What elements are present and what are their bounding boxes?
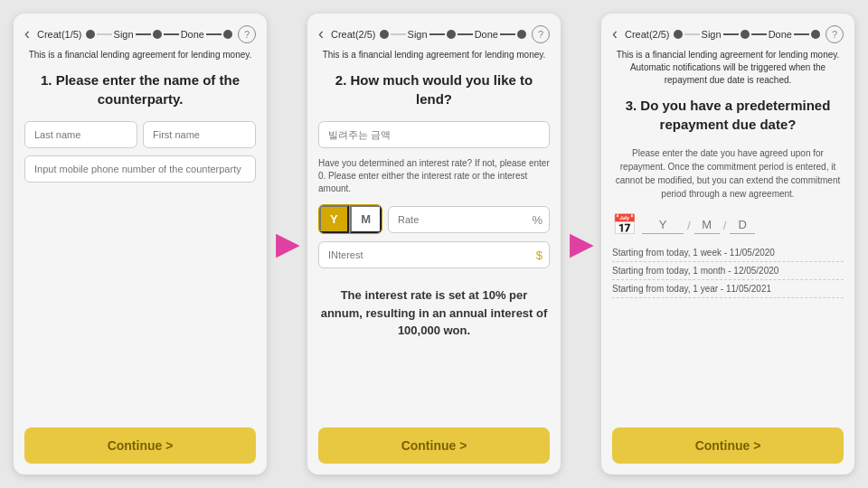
- date-row: 📅 / /: [612, 213, 844, 237]
- interest-result: The interest rate is set at 10% per annu…: [318, 286, 550, 340]
- step-line-2c: [458, 33, 473, 35]
- sign-label-2: Sign: [408, 29, 428, 40]
- step-line-1: [97, 33, 112, 35]
- desc-3: This is a financial lending agreement fo…: [612, 49, 844, 87]
- date-inputs: / /: [642, 216, 844, 234]
- interest-wrapper: $: [318, 241, 550, 268]
- date-option-3[interactable]: Starting from today, 1 year - 11/05/2021: [612, 284, 844, 298]
- step-line-2a: [391, 33, 406, 35]
- first-name-input[interactable]: [143, 121, 256, 148]
- step-label-2: Creat(2/5): [331, 29, 376, 40]
- step-bar-1: Creat(1/5) Sign Done: [37, 29, 232, 40]
- screen2-header: ‹ Creat(2/5) Sign Done ?: [318, 24, 550, 43]
- year-input[interactable]: [642, 216, 684, 234]
- screen2-content: 2. How much would you like to lend? Have…: [318, 70, 550, 427]
- step-line-2d: [500, 33, 515, 35]
- step-dot-2b: [447, 30, 456, 39]
- sign-label-3: Sign: [702, 29, 722, 40]
- desc-1: This is a financial lending agreement fo…: [24, 49, 256, 61]
- arrow-1: ▶: [276, 227, 298, 261]
- date-sep-1: /: [687, 219, 691, 232]
- year-button[interactable]: Y: [319, 205, 349, 233]
- done-label-2: Done: [475, 29, 498, 40]
- screen1-content: 1. Please enter the name of the counterp…: [24, 70, 256, 427]
- help-button-1[interactable]: ?: [238, 25, 256, 43]
- step-label-1: Creat(1/5): [37, 29, 82, 40]
- step-line-3b: [723, 33, 739, 35]
- amount-input[interactable]: [318, 121, 550, 148]
- step-line-3d: [794, 33, 809, 35]
- arrow-2: ▶: [570, 227, 592, 261]
- rate-input-wrapper: %: [388, 206, 550, 233]
- month-input[interactable]: [694, 216, 720, 234]
- help-button-3[interactable]: ?: [826, 25, 844, 43]
- step-line-3c: [751, 33, 767, 35]
- step-line-4: [206, 33, 222, 35]
- step-line-3: [164, 33, 179, 35]
- date-sep-2: /: [723, 219, 727, 232]
- ym-buttons: Y M: [318, 204, 382, 234]
- continue-button-2[interactable]: Continue >: [318, 427, 550, 464]
- day-input[interactable]: [730, 216, 755, 234]
- month-button[interactable]: M: [350, 205, 382, 233]
- step-dot-3c: [811, 30, 820, 39]
- interest-input[interactable]: [318, 241, 550, 268]
- step-dot-3: [223, 30, 232, 39]
- screen3-header: ‹ Creat(2/5) Sign Done ?: [612, 24, 844, 43]
- back-button-1[interactable]: ‹: [24, 24, 30, 43]
- date-option-2[interactable]: Starting from today, 1 month - 12/05/202…: [612, 266, 844, 280]
- question-title-3: 3. Do you have a predetermined repayment…: [612, 96, 844, 134]
- step-line-2: [136, 33, 151, 35]
- dollar-sign: $: [536, 249, 542, 262]
- percent-sign: %: [532, 212, 542, 226]
- help-button-2[interactable]: ?: [532, 25, 550, 43]
- step-dot-3a: [674, 30, 683, 39]
- done-label-3: Done: [769, 29, 792, 40]
- amount-wrapper: [318, 121, 550, 148]
- date-options: Starting from today, 1 week - 11/05/2020…: [612, 248, 844, 298]
- step-line-3a: [684, 33, 700, 35]
- step-dot-3b: [741, 30, 750, 39]
- last-name-input[interactable]: [24, 121, 137, 148]
- done-label-1: Done: [181, 29, 204, 40]
- screen3-content: 3. Do you have a predetermined repayment…: [612, 96, 844, 427]
- desc-2: This is a financial lending agreement fo…: [318, 49, 550, 61]
- back-button-3[interactable]: ‹: [612, 24, 618, 43]
- step-line-2b: [429, 33, 445, 35]
- name-row: [24, 121, 256, 148]
- sign-label-1: Sign: [114, 29, 134, 40]
- screen1-header: ‹ Creat(1/5) Sign Done ?: [24, 24, 256, 43]
- step-label-3: Creat(2/5): [625, 29, 670, 40]
- continue-button-3[interactable]: Continue >: [612, 427, 844, 464]
- repayment-desc: Please enter the date you have agreed up…: [612, 146, 844, 201]
- step-bar-2: Creat(2/5) Sign Done: [331, 29, 526, 40]
- step-dot-2: [153, 30, 162, 39]
- hint-text: Have you determined an interest rate? If…: [318, 157, 550, 195]
- date-option-1[interactable]: Starting from today, 1 week - 11/05/2020: [612, 248, 844, 262]
- back-button-2[interactable]: ‹: [318, 24, 324, 43]
- question-title-2: 2. How much would you like to lend?: [318, 70, 550, 108]
- step-bar-3: Creat(2/5) Sign Done: [625, 29, 820, 40]
- continue-button-1[interactable]: Continue >: [24, 427, 256, 464]
- screen-3: ‹ Creat(2/5) Sign Done ? This is a finan: [601, 14, 854, 474]
- step-dot-2c: [517, 30, 526, 39]
- calendar-icon: 📅: [612, 213, 637, 237]
- step-dot-1: [86, 30, 95, 39]
- rate-row: Y M %: [318, 204, 550, 234]
- question-title-1: 1. Please enter the name of the counterp…: [24, 70, 256, 108]
- phone-input[interactable]: [24, 155, 256, 183]
- screen-2: ‹ Creat(2/5) Sign Done ? This is a finan…: [307, 14, 561, 474]
- screen-1: ‹ Creat(1/5) Sign Done ? This is a finan…: [14, 14, 267, 474]
- rate-input[interactable]: [388, 206, 550, 233]
- step-dot-2a: [380, 30, 389, 39]
